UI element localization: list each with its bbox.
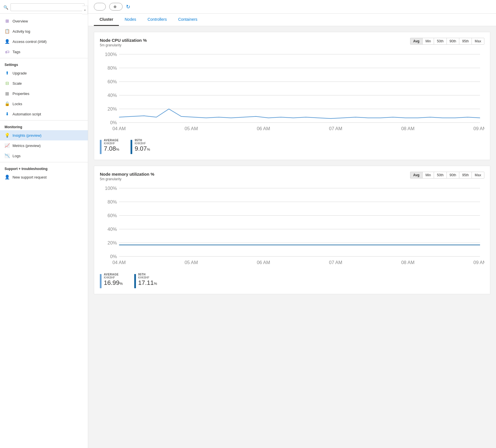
sidebar-item-access-control[interactable]: 👤Access control (IAM) xyxy=(0,36,88,47)
svg-text:08 AM: 08 AM xyxy=(401,126,415,131)
sidebar-item-insights[interactable]: 💡Insights (preview) xyxy=(0,130,88,140)
legend-node: KHK8HF xyxy=(104,276,123,279)
chart-header-memory-chart: Node memory utilization %5m granularityA… xyxy=(100,172,484,181)
sidebar-item-metrics[interactable]: 📈Metrics (preview) xyxy=(0,140,88,151)
chart-title-group: Node CPU utilization %5m granularity xyxy=(100,38,147,47)
access-control-icon: 👤 xyxy=(5,39,10,44)
legend-info: AVERAGEKHK8HF7.08% xyxy=(104,139,119,152)
search-bar[interactable]: 🔍 xyxy=(0,0,88,14)
svg-text:20%: 20% xyxy=(108,240,117,246)
insights-label: Insights (preview) xyxy=(13,133,42,138)
svg-text:80%: 80% xyxy=(108,65,117,71)
chart-svg: 100%80%60%40%20%0%04 AM05 AM06 AM07 AM08… xyxy=(100,50,484,135)
stat-btn-avg[interactable]: Avg xyxy=(410,38,423,44)
sidebar-item-overview[interactable]: ⊞Overview xyxy=(0,16,88,26)
legend-info: 95THKHK8HF17.11% xyxy=(138,273,157,287)
overview-label: Overview xyxy=(13,19,28,23)
sidebar-item-new-support-request[interactable]: 👤New support request xyxy=(0,172,88,182)
tab-cluster[interactable]: Cluster xyxy=(94,14,119,26)
plus-icon: ⊕ xyxy=(113,5,117,9)
legend-value: 9.07% xyxy=(135,145,150,152)
chart-subtitle: 5m granularity xyxy=(100,43,147,47)
properties-icon: ▦ xyxy=(5,91,10,96)
svg-text:80%: 80% xyxy=(108,200,117,205)
stat-btn-95th[interactable]: 95th xyxy=(459,172,472,178)
logs-label: Logs xyxy=(13,154,20,158)
stat-btn-50th[interactable]: 50th xyxy=(434,172,447,178)
svg-text:40%: 40% xyxy=(108,227,117,232)
sidebar-item-tags[interactable]: 🏷Tags xyxy=(0,47,88,57)
svg-text:06 AM: 06 AM xyxy=(257,126,270,131)
sidebar-item-activity-log[interactable]: 📋Activity log xyxy=(0,26,88,36)
svg-text:0%: 0% xyxy=(110,254,117,260)
svg-text:04 AM: 04 AM xyxy=(112,260,126,266)
svg-text:40%: 40% xyxy=(108,93,117,98)
stat-btn-avg[interactable]: Avg xyxy=(410,172,423,178)
chart-card-cpu-chart: Node CPU utilization %5m granularityAvgM… xyxy=(94,32,490,160)
chart-title: Node CPU utilization % xyxy=(100,38,147,43)
refresh-button[interactable]: ↻ xyxy=(126,4,132,10)
refresh-icon: ↻ xyxy=(126,4,130,10)
sidebar-item-locks[interactable]: 🔒Locks xyxy=(0,99,88,109)
sidebar-item-automation-script[interactable]: ⬇Automation script xyxy=(0,109,88,119)
stat-btn-90th[interactable]: 90th xyxy=(447,172,459,178)
sidebar-item-scale[interactable]: ⊟Scale xyxy=(0,78,88,88)
legend-node: KHK8HF xyxy=(138,276,157,279)
svg-text:08 AM: 08 AM xyxy=(401,260,415,266)
tab-containers[interactable]: Containers xyxy=(172,14,203,26)
chart-legend: AVERAGEKHK8HF16.99%95THKHK8HF17.11% xyxy=(100,273,484,288)
sidebar-item-properties[interactable]: ▦Properties xyxy=(0,88,88,99)
stat-btn-90th[interactable]: 90th xyxy=(447,38,459,44)
stat-btn-max[interactable]: Max xyxy=(472,38,484,44)
svg-text:05 AM: 05 AM xyxy=(185,126,198,131)
tab-nodes[interactable]: Nodes xyxy=(119,14,142,26)
legend-label: 95TH xyxy=(138,273,157,276)
tab-controllers[interactable]: Controllers xyxy=(142,14,173,26)
legend-bar xyxy=(134,274,136,288)
section-header-settings-header: Settings xyxy=(0,58,88,68)
stat-btn-max[interactable]: Max xyxy=(472,172,484,178)
new-support-request-icon: 👤 xyxy=(5,175,10,180)
logs-icon: 📉 xyxy=(5,153,10,158)
collapse-sidebar-button[interactable]: « xyxy=(82,6,88,14)
tags-icon: 🏷 xyxy=(5,49,10,54)
scale-label: Scale xyxy=(13,81,22,86)
activity-log-icon: 📋 xyxy=(5,29,10,34)
upgrade-icon: ⬆ xyxy=(5,70,10,76)
activity-log-label: Activity log xyxy=(13,29,30,34)
svg-text:0%: 0% xyxy=(110,120,117,125)
svg-text:04 AM: 04 AM xyxy=(112,126,126,131)
legend-info: AVERAGEKHK8HF16.99% xyxy=(104,273,123,287)
chart-wrapper: 100%80%60%40%20%0%04 AM05 AM06 AM07 AM08… xyxy=(100,50,484,135)
chart-wrapper: 100%80%60%40%20%0%04 AM05 AM06 AM07 AM08… xyxy=(100,184,484,269)
automation-script-icon: ⬇ xyxy=(5,111,10,117)
legend-item-p95: 95THKHK8HF17.11% xyxy=(134,273,157,288)
overview-icon: ⊞ xyxy=(5,18,10,24)
add-filter-button[interactable]: ⊕ xyxy=(109,3,123,11)
sidebar-item-upgrade[interactable]: ⬆Upgrade xyxy=(0,68,88,78)
chart-card-memory-chart: Node memory utilization %5m granularityA… xyxy=(94,166,490,294)
legend-bar xyxy=(131,140,132,154)
stat-btn-min[interactable]: Min xyxy=(423,38,434,44)
section-header-support-header: Support + troubleshooting xyxy=(0,162,88,172)
time-range-button[interactable] xyxy=(94,3,106,11)
toolbar: ⊕ ↻ xyxy=(88,0,496,14)
svg-text:100%: 100% xyxy=(105,186,117,191)
svg-text:07 AM: 07 AM xyxy=(329,260,342,266)
search-input[interactable] xyxy=(11,3,84,11)
chart-svg: 100%80%60%40%20%0%04 AM05 AM06 AM07 AM08… xyxy=(100,184,484,269)
locks-icon: 🔒 xyxy=(5,101,10,106)
stat-btn-95th[interactable]: 95th xyxy=(459,38,472,44)
legend-node: KHK8HF xyxy=(104,142,119,145)
legend-value: 17.11% xyxy=(138,279,157,287)
scale-icon: ⊟ xyxy=(5,81,10,86)
legend-bar xyxy=(100,140,102,154)
legend-bar xyxy=(100,274,102,288)
stat-btn-min[interactable]: Min xyxy=(423,172,434,178)
legend-label: 95TH xyxy=(135,139,150,142)
chart-legend: AVERAGEKHK8HF7.08%95THKHK8HF9.07% xyxy=(100,139,484,154)
legend-item-avg: AVERAGEKHK8HF7.08% xyxy=(100,139,119,154)
stat-btn-50th[interactable]: 50th xyxy=(434,38,447,44)
legend-label: AVERAGE xyxy=(104,139,119,142)
sidebar-item-logs[interactable]: 📉Logs xyxy=(0,151,88,161)
